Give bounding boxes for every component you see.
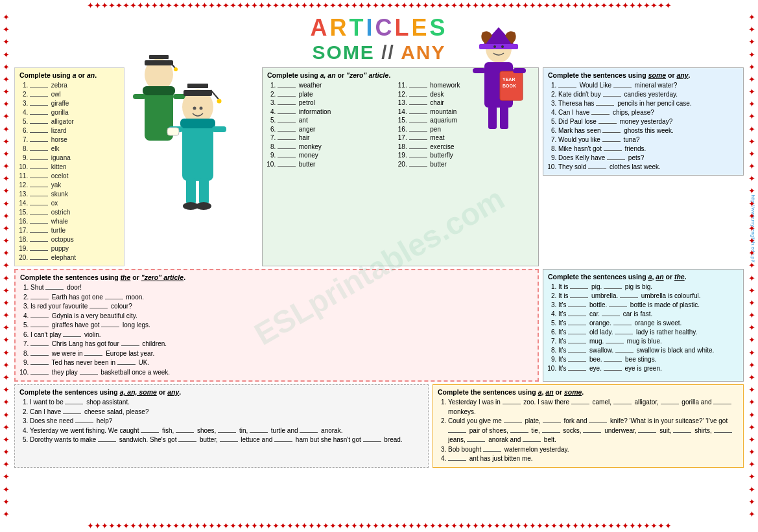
- list-item: whale: [30, 217, 119, 226]
- title-some-any: SOME // ANY: [14, 41, 744, 64]
- list-item: homework: [409, 81, 534, 90]
- list-item: It's bottle. bottle is made of plastic.: [558, 301, 739, 310]
- list-item: It's eye. eye is green.: [558, 364, 739, 373]
- list-item: Yesterday I was in zoo. I saw there came…: [448, 398, 739, 417]
- top-row: Complete using a or an. zebra owl giraff…: [14, 67, 744, 266]
- box1-heading: Complete using a or an.: [19, 71, 119, 79]
- star-border-left: ✦✦✦✦✦✦✦✦✦✦✦✦✦✦✦✦✦✦✦✦✦✦✦✦✦✦✦✦✦✦✦✦✦✦✦✦✦✦✦✦…: [3, 12, 10, 520]
- list-item: skunk: [30, 190, 119, 199]
- list-item: Bob bought watermelon yesterday.: [448, 445, 739, 455]
- letter-a: A: [310, 14, 329, 41]
- list-item: Mike hasn't got friends.: [558, 145, 739, 154]
- box5-list: It is pig. pig is big. It is umbrella. u…: [548, 283, 739, 373]
- bottom-row: Complete the sentences using a, an, some…: [14, 384, 744, 468]
- list-item: I can't play violin.: [30, 330, 533, 340]
- star-border-right: ✦✦✦✦✦✦✦✦✦✦✦✦✦✦✦✦✦✦✦✦✦✦✦✦✦✦✦✦✦✦✦✦✦✦✦✦✦✦✦✦…: [748, 12, 755, 520]
- list-item: puppy: [30, 244, 119, 253]
- box3-some-any: Complete the sentences using some or any…: [543, 67, 744, 176]
- list-item: It's bee. bee stings.: [558, 355, 739, 364]
- list-item: Mark has seen ghosts this week.: [558, 126, 739, 135]
- list-item: It's mug. mug is blue.: [558, 337, 739, 346]
- box5-a-an-the: Complete the sentences using a, an or th…: [543, 269, 744, 382]
- list-item: anger: [278, 125, 403, 134]
- box3-list: Would Like mineral water? Kate didn't bu…: [548, 81, 739, 172]
- list-item: ostrich: [30, 208, 119, 217]
- box4-the-zero: Complete the sentences using the or "zer…: [14, 269, 539, 382]
- main-content: ARTICLES SOME // ANY Complete using a or…: [14, 12, 744, 520]
- list-item: They sold clothes last week.: [558, 163, 739, 172]
- some-label: SOME: [313, 41, 375, 63]
- list-item: Is red your favourite colour?: [30, 302, 533, 312]
- list-item: we were in Europe last year.: [30, 349, 533, 359]
- letter-s: S: [430, 14, 448, 41]
- list-item: Gdynia is a very beautiful city.: [30, 312, 533, 321]
- box2-list: weather plate petrol information ant ang…: [267, 81, 534, 168]
- list-item: It's orange. orange is sweet.: [558, 319, 739, 328]
- box5-heading: Complete the sentences using a, an or th…: [548, 273, 739, 281]
- box2-zero-article: Complete using a, an or "zero" article. …: [262, 67, 539, 266]
- list-item: money: [278, 151, 403, 160]
- list-item: desk: [409, 90, 534, 99]
- list-item: It's old lady. lady is rather healthy.: [558, 328, 739, 337]
- box6-heading: Complete the sentences using a, an, some…: [19, 388, 423, 396]
- list-item: gorilla: [30, 108, 119, 117]
- list-item: ant has just bitten me.: [448, 454, 739, 464]
- list-item: Shut door!: [30, 283, 533, 293]
- box3-heading: Complete the sentences using some or any…: [548, 71, 739, 79]
- list-item: alligator: [30, 117, 119, 126]
- list-item: Could you give me plate, fork and knife?…: [448, 417, 739, 445]
- list-item: they play basketball once a week.: [30, 368, 533, 378]
- list-item: chair: [409, 98, 534, 108]
- list-item: butter: [278, 160, 403, 169]
- list-item: Would Like mineral water?: [558, 81, 739, 90]
- list-item: lizard: [30, 126, 119, 135]
- list-item: Would you like tuna?: [558, 135, 739, 145]
- list-item: Did Paul lose money yesterday?: [558, 117, 739, 126]
- list-item: yak: [30, 181, 119, 190]
- box4-heading: Complete the sentences using the or "zer…: [20, 273, 533, 281]
- box7-list: Yesterday I was in zoo. I saw there came…: [438, 398, 739, 464]
- list-item: It is pig. pig is big.: [558, 283, 739, 292]
- list-item: exercise: [409, 143, 534, 152]
- letter-i: I: [366, 14, 375, 41]
- box7-a-an-some: Complete the sentences using a, an or so…: [432, 384, 744, 468]
- url-label: http://www.my-english.edu.pl/: [750, 194, 756, 262]
- box1-animal-list: Complete using a or an. zebra owl giraff…: [14, 67, 124, 266]
- letter-r: R: [329, 14, 349, 41]
- letter-t: T: [349, 14, 366, 41]
- title-articles: ARTICLES: [14, 14, 744, 41]
- list-item: iguana: [30, 154, 119, 163]
- list-item: Theresa has pencils in her pencil case.: [558, 99, 739, 108]
- list-item: Ted has never been in UK.: [30, 358, 533, 368]
- list-item: octopus: [30, 235, 119, 244]
- list-item: ox: [30, 199, 119, 208]
- letter-c: C: [375, 14, 394, 41]
- list-item: It is umbrella. umbrella is colourful.: [558, 292, 739, 301]
- box4-list: Shut door! Earth has got one moon. Is re…: [20, 283, 533, 377]
- list-item: giraffe: [30, 99, 119, 108]
- list-item: aquarium: [409, 116, 534, 125]
- list-item: butter: [409, 160, 534, 169]
- list-item: mountain: [409, 108, 534, 117]
- list-item: giraffes have got long legs.: [30, 321, 533, 330]
- list-item: ant: [278, 116, 403, 125]
- list-item: Does she need help?: [30, 417, 423, 426]
- box6-a-an-some-any: Complete the sentences using a, an, some…: [14, 384, 429, 468]
- list-item: turtle: [30, 226, 119, 235]
- list-item: weather: [278, 81, 403, 90]
- list-item: petrol: [278, 98, 403, 108]
- list-item: I want to be shop assistant.: [30, 398, 423, 408]
- star-decoration-bottom: ✦✦✦✦✦✦✦✦✦✦✦✦✦✦✦✦✦✦✦✦✦✦✦✦✦✦✦✦✦✦✦✦✦✦✦✦✦✦✦✦…: [87, 520, 672, 532]
- list-item: hair: [278, 133, 403, 143]
- star-decoration: ✦✦✦✦✦✦✦✦✦✦✦✦✦✦✦✦✦✦✦✦✦✦✦✦✦✦✦✦✦✦✦✦✦✦✦✦✦✦✦✦…: [87, 0, 672, 12]
- list-item: Can I have chips, please?: [558, 108, 739, 117]
- list-item: Yesterday we went fishing. We caught fis…: [30, 426, 423, 436]
- list-item: pen: [409, 125, 534, 134]
- list-item: Dorothy wants to make sandwich. She's go…: [30, 435, 423, 445]
- list-item: owl: [30, 90, 119, 99]
- center-image-area: [128, 67, 258, 266]
- letter-l: L: [394, 14, 411, 41]
- list-item: monkey: [278, 143, 403, 152]
- list-item: kitten: [30, 163, 119, 172]
- list-item: Can I have cheese salad, please?: [30, 408, 423, 417]
